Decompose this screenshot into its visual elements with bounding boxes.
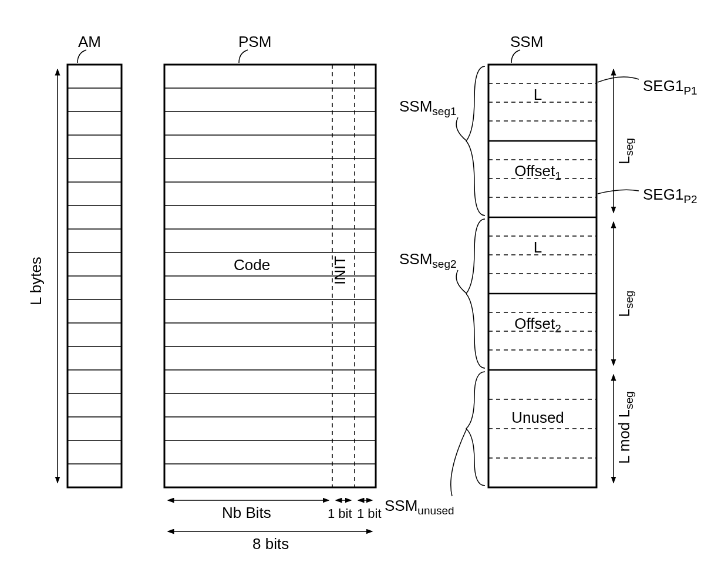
- lmod-label: L mod Lseg: [615, 391, 635, 464]
- ssm-unused-leader: [451, 429, 467, 496]
- psm-1bit-label-a: 1 bit: [328, 506, 352, 521]
- am-block: AM L bytes: [27, 33, 122, 487]
- seg1p1-label: SEG1P1: [643, 77, 697, 97]
- ssm-L2: L: [534, 238, 542, 256]
- lseg1-label: Lseg: [615, 138, 635, 164]
- am-leader: [77, 50, 86, 63]
- psm-1bit-label-b: 1 bit: [357, 506, 382, 521]
- ssm-title: SSM: [510, 33, 543, 50]
- ssm-unused-content: Unused: [511, 409, 564, 426]
- ssm-seg2-label: SSMseg2: [399, 250, 457, 270]
- ssm-offset1: Offset1: [514, 162, 561, 182]
- ssm-seg1-leader: [456, 117, 467, 141]
- psm-nbbits-label: Nb Bits: [222, 504, 271, 521]
- brace-unused: [466, 372, 485, 486]
- am-height-label: L bytes: [27, 257, 45, 305]
- ssm-seg2-leader: [456, 270, 467, 294]
- ssm-L1: L: [534, 86, 542, 103]
- brace-seg2: [466, 219, 485, 368]
- psm-block: PSM Code INIT Nb Bits 1 bit 1 bit 8 bits: [164, 33, 382, 553]
- ssm-leader: [511, 50, 520, 63]
- am-rows: [68, 88, 122, 464]
- psm-8bits-label: 8 bits: [252, 535, 289, 553]
- psm-leader: [239, 50, 248, 63]
- ssm-seg1-label: SSMseg1: [399, 97, 457, 117]
- ssm-block: SSM L Offset1 L Offset2 Unused SSMseg1 S…: [385, 33, 697, 517]
- seg1p2-leader: [598, 190, 639, 194]
- psm-title: PSM: [238, 33, 271, 50]
- psm-code-label: Code: [234, 256, 270, 274]
- ssm-offset2: Offset2: [514, 315, 561, 335]
- ssm-dashed: [488, 83, 596, 458]
- am-title: AM: [78, 33, 101, 50]
- brace-seg1: [466, 66, 485, 216]
- ssm-unused-label: SSMunused: [385, 497, 454, 517]
- lseg2-label: Lseg: [615, 291, 635, 317]
- seg1p2-label: SEG1P2: [643, 186, 697, 206]
- psm-init-label: INIT: [331, 256, 349, 285]
- seg1p1-leader: [598, 77, 639, 82]
